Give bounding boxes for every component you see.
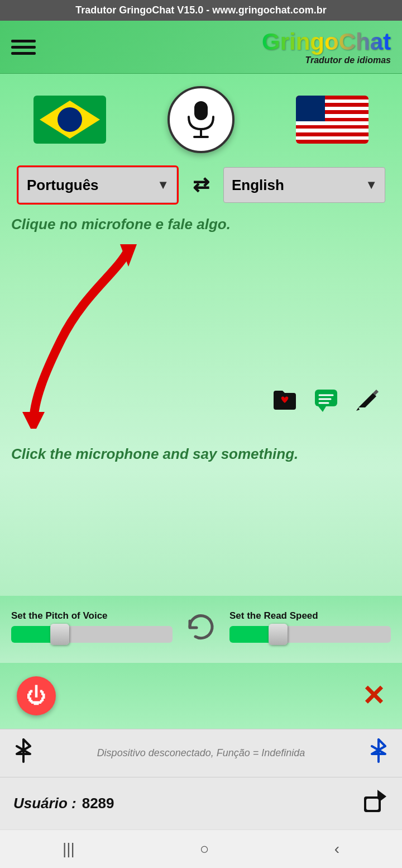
from-language-select-inner: Português English Español Français Deuts…: [18, 167, 177, 203]
bluetooth-bar: Dispositivo desconectado, Função = Indef…: [0, 729, 402, 777]
pitch-slider-track: [11, 626, 173, 643]
from-language-wrapper: Português English Español Français Deuts…: [17, 165, 179, 205]
hamburger-line-2: [11, 46, 36, 49]
power-row: ⏻ ✕: [0, 663, 402, 729]
user-id: 8289: [82, 795, 114, 812]
hamburger-menu[interactable]: [11, 40, 36, 55]
user-left: Usuário : 8289: [13, 795, 114, 812]
reset-icon: [184, 610, 218, 643]
bluetooth-status-text: Dispositivo desconectado, Função = Indef…: [34, 747, 368, 759]
power-icon: ⏻: [26, 684, 46, 708]
usa-flag-button[interactable]: [296, 96, 368, 144]
speed-slider-track: [229, 626, 391, 643]
bluetooth-icon-left: [13, 738, 34, 763]
pitch-label: Set the Pitch of Voice: [11, 610, 108, 622]
home-button[interactable]: ○: [200, 840, 209, 858]
to-language-select[interactable]: English Português Español Français Deuts…: [223, 167, 385, 203]
chat-icon: [314, 387, 338, 412]
pitch-slider-thumb[interactable]: [50, 624, 69, 645]
brazil-flag: [34, 96, 106, 144]
main-content: Português English Español Français Deuts…: [0, 74, 402, 729]
to-language-wrapper: English Português Español Français Deuts…: [223, 167, 385, 203]
logo-sub: Tradutor de idiomas: [305, 55, 391, 65]
bluetooth-icon-right: [368, 738, 389, 763]
icons-row: [0, 387, 402, 418]
chat-button[interactable]: [314, 387, 338, 418]
close-icon: ✕: [362, 680, 385, 712]
recent-apps-icon: |||: [63, 840, 75, 857]
from-language-select[interactable]: Português English Español Français Deuts…: [18, 167, 177, 203]
header: GringoChat Tradutor de idiomas: [0, 21, 402, 74]
speed-slider-group: Set the Read Speed: [229, 610, 391, 643]
close-button[interactable]: ✕: [362, 682, 385, 710]
instruction-portuguese: Clique no microfone e fale algo.: [0, 210, 242, 233]
folder-heart-button[interactable]: [272, 387, 297, 418]
nav-bar: ||| ○ ‹: [0, 829, 402, 868]
folder-heart-icon: [272, 387, 297, 412]
title-text: Tradutor GringoChat V15.0 - www.gringoch…: [75, 4, 326, 16]
share-icon: [362, 788, 389, 814]
brazil-flag-button[interactable]: [34, 96, 106, 144]
bluetooth-right-icon: [368, 738, 389, 768]
flags-mic-row: [0, 74, 402, 165]
sliders-row: Set the Pitch of Voice Set the Read Spee…: [11, 607, 391, 646]
hamburger-line-1: [11, 40, 36, 42]
user-label: Usuário :: [13, 795, 76, 812]
svg-rect-10: [366, 799, 379, 810]
edit-button[interactable]: [355, 387, 380, 418]
back-icon: ‹: [334, 840, 339, 857]
microphone-icon: [184, 100, 218, 139]
microphone-button[interactable]: [168, 86, 234, 153]
user-bar: Usuário : 8289: [0, 777, 402, 829]
language-selectors-row: Português English Español Français Deuts…: [0, 165, 402, 210]
swap-languages-button[interactable]: ⇄: [184, 168, 218, 202]
reset-sliders-button[interactable]: [181, 607, 221, 646]
back-button[interactable]: ‹: [334, 840, 339, 858]
instruction-english: Click the microphone and say something.: [0, 434, 309, 480]
usa-flag: [296, 96, 368, 144]
pencil-icon: [355, 387, 380, 412]
swap-icon: ⇄: [193, 173, 209, 197]
hamburger-line-3: [11, 52, 36, 55]
home-icon: ○: [200, 840, 209, 857]
svg-rect-0: [194, 101, 208, 120]
share-button[interactable]: [362, 788, 389, 819]
annotation-area: [0, 233, 402, 434]
brazil-circle: [58, 107, 82, 132]
title-bar: Tradutor GringoChat V15.0 - www.gringoch…: [0, 0, 402, 21]
recent-apps-button[interactable]: |||: [63, 840, 75, 858]
logo-container: GringoChat Tradutor de idiomas: [262, 29, 391, 65]
sliders-section: Set the Pitch of Voice Set the Read Spee…: [0, 596, 402, 663]
power-button[interactable]: ⏻: [17, 676, 56, 715]
to-language-select-inner: English Português Español Français Deuts…: [223, 167, 385, 203]
bluetooth-left-icon: [13, 738, 34, 768]
speed-slider-thumb[interactable]: [269, 624, 288, 645]
pitch-slider-group: Set the Pitch of Voice: [11, 610, 173, 643]
logo-text: GringoChat: [262, 29, 391, 55]
speed-label: Set the Read Speed: [229, 610, 318, 622]
usa-canton: [296, 96, 325, 121]
